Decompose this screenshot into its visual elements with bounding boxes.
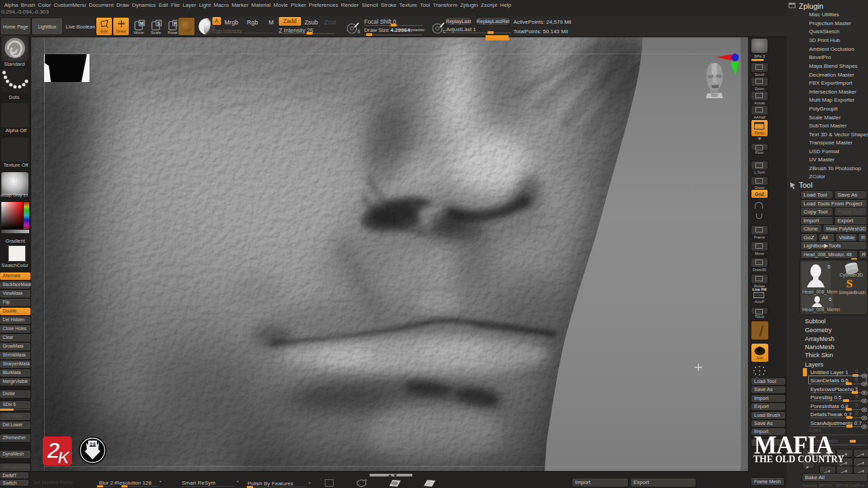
svg-text:D: D bbox=[443, 29, 446, 34]
svg-text:Scale: Scale bbox=[151, 30, 161, 35]
svg-text:Move: Move bbox=[134, 30, 144, 35]
svg-text:S: S bbox=[157, 21, 161, 26]
svg-text:S: S bbox=[357, 29, 360, 34]
svg-text:K: K bbox=[58, 448, 71, 467]
svg-text:R: R bbox=[174, 21, 177, 26]
svg-text:M: M bbox=[140, 21, 144, 26]
svg-text:13: 13 bbox=[90, 441, 96, 447]
